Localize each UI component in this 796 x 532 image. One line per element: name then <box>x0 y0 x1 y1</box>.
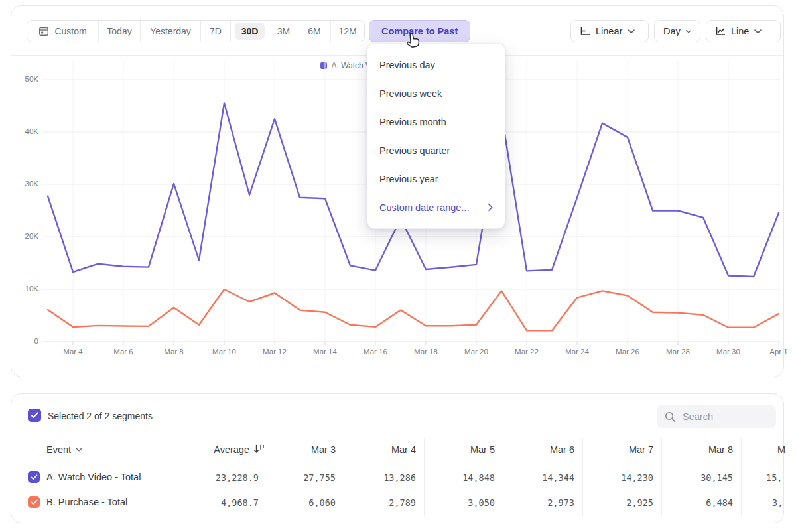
cell-mar7: 14,230 <box>580 472 653 483</box>
column-header-clipped[interactable]: M <box>777 444 785 455</box>
event-column-header[interactable]: Event <box>46 444 82 455</box>
calendar-icon <box>38 26 49 36</box>
x-axis-label: Mar 14 <box>304 348 346 356</box>
interval-button[interactable]: Day <box>654 20 700 42</box>
chevron-down-icon <box>76 448 82 452</box>
range-yesterday[interactable]: Yesterday <box>141 21 201 42</box>
menu-item-previous-day[interactable]: Previous day <box>367 50 505 79</box>
dashboard: Custom Today Yesterday 7D 30D 3M 6M 12M … <box>0 0 796 532</box>
cell-mar7: 2,925 <box>580 498 653 508</box>
select-all-checkbox[interactable] <box>28 409 41 422</box>
row-label-purchase: B. Purchase - Total <box>46 497 127 507</box>
y-axis-label: 40K <box>9 127 38 135</box>
check-icon <box>31 412 38 419</box>
cell-clipped: 3, <box>772 498 796 508</box>
menu-item-previous-quarter[interactable]: Previous quarter <box>367 136 505 165</box>
range-custom[interactable]: Custom <box>27 21 99 42</box>
search-icon <box>665 411 676 423</box>
range-custom-label: Custom <box>54 26 86 36</box>
x-axis-label: Mar 6 <box>102 348 145 356</box>
search-box[interactable] <box>657 405 776 428</box>
range-7d[interactable]: 7D <box>201 21 231 42</box>
x-axis-label: Mar 4 <box>52 348 94 356</box>
chevron-down-icon <box>628 29 635 34</box>
chart-type-button[interactable]: Line <box>706 20 781 42</box>
column-header-average[interactable]: Average <box>176 444 249 455</box>
menu-item-custom-date-range[interactable]: Custom date range... <box>367 193 505 222</box>
scale-button[interactable]: Linear <box>570 20 649 42</box>
x-axis-label: Mar 22 <box>505 348 548 356</box>
x-axis-label: Mar 10 <box>203 348 245 356</box>
row-checkbox-purchase[interactable] <box>28 496 40 508</box>
y-axis-label: 10K <box>9 285 38 293</box>
chevron-down-icon <box>686 29 691 34</box>
cell-mar5: 14,848 <box>422 472 495 483</box>
menu-item-previous-month[interactable]: Previous month <box>367 107 505 136</box>
x-axis-label: Mar 16 <box>354 348 397 356</box>
cell-average: 4,968.7 <box>186 498 259 508</box>
cell-mar6: 14,344 <box>501 472 574 483</box>
range-today[interactable]: Today <box>99 21 141 42</box>
search-input[interactable] <box>683 411 762 422</box>
linear-axis-icon <box>580 27 590 36</box>
x-axis-label: Mar 28 <box>657 348 699 356</box>
x-axis-label: Mar 30 <box>707 348 750 356</box>
column-header-mar5[interactable]: Mar 5 <box>422 444 495 455</box>
range-6m[interactable]: 6M <box>298 21 331 42</box>
column-divider <box>741 438 742 516</box>
date-range-control: Custom Today Yesterday 7D 30D 3M 6M 12M <box>27 20 365 42</box>
cell-mar5: 3,050 <box>422 498 495 508</box>
y-axis-label: 0 <box>9 337 38 345</box>
y-axis-label: 30K <box>9 180 38 188</box>
menu-item-previous-week[interactable]: Previous week <box>367 79 505 107</box>
x-axis-label: Mar 20 <box>455 348 498 356</box>
column-header-mar3[interactable]: Mar 3 <box>263 444 336 455</box>
cell-mar8: 6,484 <box>660 498 733 508</box>
cell-mar3: 6,060 <box>263 498 336 508</box>
column-header-mar6[interactable]: Mar 6 <box>501 444 574 455</box>
cell-mar4: 2,789 <box>343 498 416 508</box>
cell-mar6: 2,973 <box>501 498 574 508</box>
range-12m[interactable]: 12M <box>331 21 364 42</box>
range-30d[interactable]: 30D <box>231 21 269 42</box>
check-icon <box>31 474 38 480</box>
chevron-down-icon <box>754 29 762 34</box>
x-axis-label: Mar 18 <box>405 348 447 356</box>
x-axis-label: Mar 12 <box>253 348 296 356</box>
column-header-mar7[interactable]: Mar 7 <box>580 444 653 455</box>
column-header-mar4[interactable]: Mar 4 <box>343 444 416 455</box>
cell-average: 23,228.9 <box>186 472 259 483</box>
compare-to-past-button[interactable]: Compare to Past <box>369 20 470 42</box>
menu-item-previous-year[interactable]: Previous year <box>367 165 505 193</box>
row-label-watch-video: A. Watch Video - Total <box>46 472 141 482</box>
cell-mar3: 27,755 <box>263 472 336 483</box>
cell-clipped: 15, <box>766 472 793 483</box>
column-header-mar8[interactable]: Mar 8 <box>660 444 733 455</box>
row-checkbox-watch-video[interactable] <box>28 471 40 483</box>
x-axis-label: Mar 8 <box>153 348 195 356</box>
range-3m[interactable]: 3M <box>269 21 298 42</box>
series-a-swatch <box>320 62 327 69</box>
y-axis-label: 50K <box>9 75 38 83</box>
y-axis-label: 20K <box>9 232 38 240</box>
line-chart-icon <box>715 27 726 36</box>
cell-mar8: 30,145 <box>660 472 733 483</box>
check-icon <box>31 499 38 505</box>
chevron-right-icon <box>488 204 493 211</box>
selected-summary: Selected 2 of 2 segments <box>48 411 153 421</box>
x-axis-label: Apr 1 <box>758 348 796 356</box>
cell-mar4: 13,286 <box>343 472 416 483</box>
x-axis-label: Mar 24 <box>556 348 598 356</box>
x-axis-label: Mar 26 <box>606 348 649 356</box>
compare-menu: Previous day Previous week Previous mont… <box>367 43 505 229</box>
